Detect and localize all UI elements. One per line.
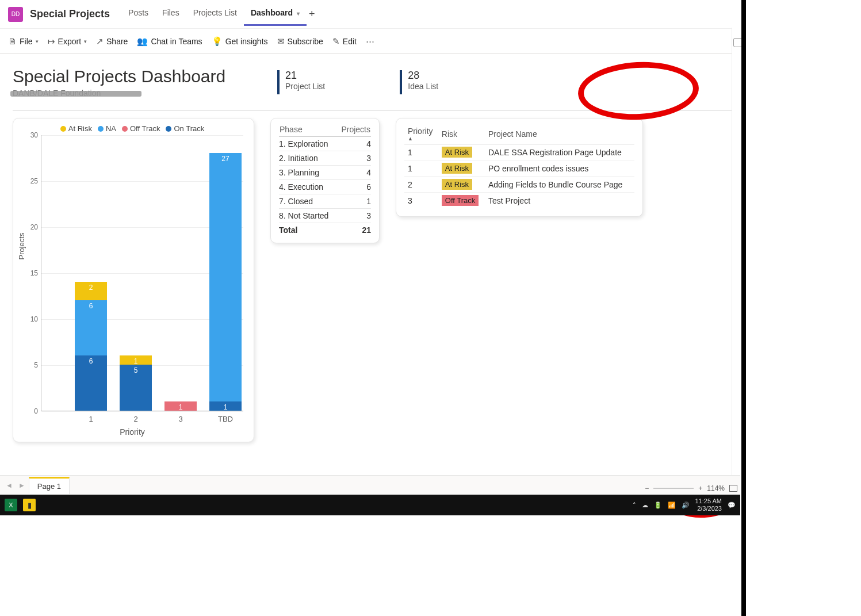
zoom-controls: − + 114%: [645, 484, 737, 492]
prio-col-name[interactable]: Project Name: [485, 124, 634, 144]
chart-y-tick: 10: [24, 315, 38, 323]
sort-asc-icon: ▲: [408, 136, 435, 141]
taskbar-excel-icon[interactable]: X: [5, 499, 17, 511]
projects-by-priority-chart[interactable]: At Risk NA Off Track On Track Projects 0…: [13, 118, 254, 442]
taskbar-powerbi-icon[interactable]: ▮: [23, 499, 36, 511]
tab-dashboard[interactable]: Dashboard ▾: [244, 2, 307, 26]
insights-button[interactable]: 💡Get insights: [212, 36, 268, 47]
chat-teams-button[interactable]: 👥Chat in Teams: [137, 36, 202, 47]
risk-badge: At Risk: [442, 147, 472, 158]
risk-badge: At Risk: [442, 163, 472, 174]
risk-badge: Off Track: [442, 195, 479, 206]
table-row[interactable]: 1At RiskPO enrollment codes issues: [404, 160, 634, 177]
tray-notifications-icon[interactable]: 💬: [728, 502, 736, 509]
fit-to-page-button[interactable]: [729, 485, 737, 492]
report-page-strip: ◄ ► Page 1: [0, 475, 740, 495]
team-title: Special Projects: [30, 8, 110, 20]
bulb-icon: 💡: [212, 36, 223, 47]
prio-col-risk[interactable]: Risk: [438, 124, 485, 144]
chart-x-axis-label: Priority: [16, 427, 249, 437]
table-total-row: Total21: [279, 223, 371, 238]
page-subtitle-redacted: DANB/DALE Foundation: [13, 89, 139, 99]
windows-taskbar: X ▮ ˄ ☁ 🔋 📶 🔊 11:25 AM 2/3/2023 💬: [0, 495, 740, 515]
chart-x-tick: 3: [164, 415, 197, 423]
chart-bar[interactable]: 15: [120, 355, 152, 411]
table-row[interactable]: 1. Exploration4: [279, 137, 371, 151]
chart-bar-segment: 6: [75, 355, 107, 411]
chart-y-tick: 5: [24, 361, 38, 369]
table-row[interactable]: 8. Not Started3: [279, 209, 371, 223]
chart-bar-segment: 5: [120, 365, 152, 411]
subscribe-button[interactable]: ✉Subscribe: [277, 36, 323, 47]
chart-bar[interactable]: 266: [75, 282, 107, 411]
tray-battery-icon[interactable]: 🔋: [654, 502, 662, 509]
table-row[interactable]: 3. Planning4: [279, 166, 371, 180]
table-row[interactable]: 2At RiskAdding Fields to Bundle Course P…: [404, 177, 634, 193]
report-page-tab[interactable]: Page 1: [29, 477, 70, 494]
share-icon: ↗: [96, 36, 104, 47]
table-row[interactable]: 7. Closed1: [279, 194, 371, 209]
table-row[interactable]: 2. Initiation3: [279, 151, 371, 166]
chart-x-tick: 2: [120, 415, 152, 423]
export-menu[interactable]: ↦Export▾: [48, 36, 87, 47]
export-icon: ↦: [48, 36, 55, 47]
more-menu[interactable]: ⋯: [366, 36, 374, 47]
page-prev-button[interactable]: ◄: [3, 481, 15, 489]
zoom-out-button[interactable]: −: [645, 484, 649, 492]
chart-y-tick: 15: [24, 269, 38, 277]
phase-table[interactable]: Phase Projects 1. Exploration42. Initiat…: [270, 118, 380, 243]
tab-posts[interactable]: Posts: [121, 2, 155, 26]
phase-col-phase[interactable]: Phase: [279, 124, 336, 137]
table-row[interactable]: 1At RiskDALE SSA Registration Page Updat…: [404, 144, 634, 160]
chart-y-tick: 30: [24, 131, 38, 139]
chart-bar-segment: 6: [75, 300, 107, 355]
chart-bar-segment: 1: [164, 401, 197, 411]
tray-wifi-icon[interactable]: 📶: [668, 502, 676, 509]
mail-icon: ✉: [277, 36, 285, 47]
tab-files[interactable]: Files: [155, 2, 186, 26]
zoom-slider[interactable]: [653, 488, 694, 489]
zoom-level: 114%: [707, 484, 725, 492]
channel-tabs: Posts Files Projects List Dashboard ▾ +: [121, 2, 315, 26]
chevron-down-icon: ▾: [297, 10, 300, 17]
teams-topbar: DD Special Projects Posts Files Projects…: [0, 0, 861, 29]
chart-bar-segment: 27: [209, 153, 242, 401]
priority-risk-table[interactable]: Priority ▲ Risk Project Name 1At RiskDAL…: [396, 118, 643, 217]
file-menu[interactable]: 🗎File▾: [8, 36, 39, 46]
page-next-button[interactable]: ►: [16, 481, 28, 489]
pencil-icon: ✎: [332, 36, 340, 47]
chart-legend: At Risk NA Off Track On Track: [16, 124, 249, 133]
share-button[interactable]: ↗Share: [96, 36, 128, 47]
zoom-in-button[interactable]: +: [698, 484, 702, 492]
add-tab-button[interactable]: +: [309, 8, 315, 20]
chart-bar-segment: 1: [120, 355, 152, 365]
tray-chevron-icon[interactable]: ˄: [633, 502, 636, 509]
chart-bar[interactable]: 1: [164, 401, 197, 411]
tray-onedrive-icon[interactable]: ☁: [642, 502, 648, 509]
tab-dashboard-label: Dashboard: [251, 8, 293, 17]
kpi-idea-label: Idea List: [408, 82, 438, 91]
table-row[interactable]: 4. Execution6: [279, 180, 371, 194]
phase-col-projects[interactable]: Projects: [336, 124, 371, 137]
tab-projects-list[interactable]: Projects List: [186, 2, 244, 26]
chart-bar[interactable]: 271: [209, 153, 242, 411]
taskbar-clock[interactable]: 11:25 AM 2/3/2023: [695, 498, 722, 512]
prio-col-priority[interactable]: Priority ▲: [404, 124, 438, 144]
page-title: Special Projects Dashboard: [13, 67, 260, 86]
edit-button[interactable]: ✎Edit: [332, 36, 357, 47]
chart-y-tick: 0: [24, 407, 38, 415]
file-icon: 🗎: [8, 36, 17, 46]
kpi-project-value: 21: [285, 70, 325, 82]
team-avatar-icon: DD: [8, 7, 23, 22]
chart-bar-segment: 1: [209, 401, 242, 411]
chart-y-axis-label: Projects: [17, 232, 26, 259]
table-row[interactable]: 3Off TrackTest Project: [404, 193, 634, 209]
chart-y-tick: 25: [24, 177, 38, 185]
taskbar-time: 11:25 AM: [695, 498, 722, 505]
tray-volume-icon[interactable]: 🔊: [682, 502, 690, 509]
teams-icon: 👥: [137, 36, 148, 47]
chart-x-tick: 1: [75, 415, 107, 423]
ellipsis-icon: ⋯: [366, 36, 374, 47]
kpi-project-list: 21 Project List: [277, 70, 325, 94]
kpi-idea-value: 28: [408, 70, 438, 82]
